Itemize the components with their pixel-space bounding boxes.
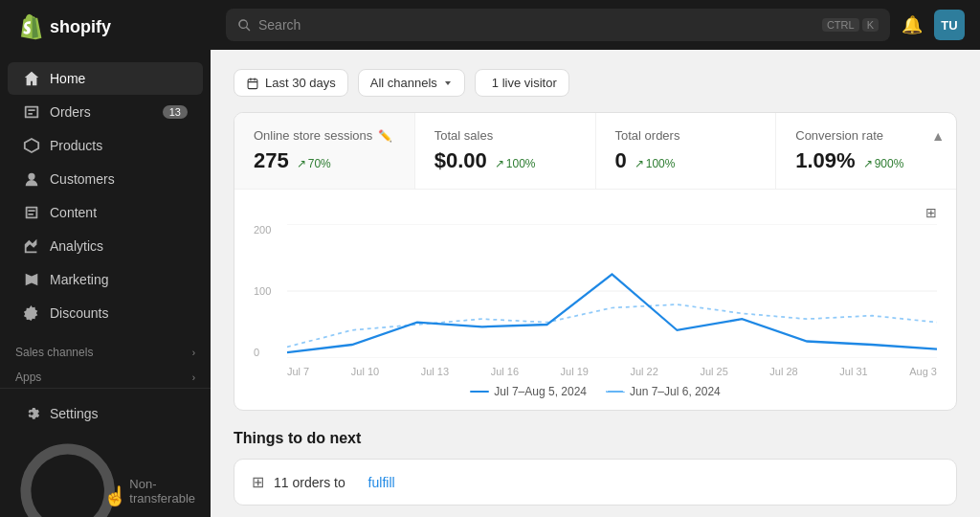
stat-sales-change: 100%: [495, 157, 536, 170]
chart-options-button[interactable]: ⊞: [925, 205, 937, 220]
sidebar-item-label: Analytics: [50, 238, 103, 254]
page-area: Last 30 days All channels 1 live visitor…: [211, 50, 980, 517]
search-icon: [237, 18, 251, 32]
stat-total-sales: Total sales $0.00 100%: [415, 113, 596, 189]
sales-channels-chevron-icon: ›: [192, 348, 195, 358]
stat-conversion-value: 1.09%: [795, 148, 855, 173]
sidebar-item-label: Discounts: [50, 305, 108, 321]
stat-sessions-values: 275 70%: [254, 148, 395, 173]
stat-sessions-label: Online store sessions ✏️: [254, 128, 395, 143]
sidebar-item-label: Marketing: [50, 272, 108, 287]
stat-conversion-change: 900%: [863, 157, 904, 170]
sidebar-item-label: Content: [50, 205, 97, 220]
x-label-2: Jul 13: [421, 366, 449, 377]
things-section: Things to do next ⊞ 11 orders to fulfill: [234, 430, 957, 506]
orders-badge: 13: [163, 105, 188, 119]
sidebar-item-home[interactable]: Home: [8, 62, 203, 95]
todo-text: 11 orders to: [274, 475, 345, 490]
y-label-200: 200: [254, 224, 282, 236]
sidebar-item-label: Orders: [50, 104, 91, 120]
search-shortcut: CTRL K: [822, 18, 879, 32]
legend-previous-line: [606, 391, 625, 393]
avatar[interactable]: TU: [934, 10, 965, 40]
section-title: Things to do next: [234, 430, 957, 447]
stat-conversion-rate: Conversion rate 1.09% 900% ▲: [776, 113, 956, 189]
live-visitors-label: 1 live visitor: [492, 76, 557, 90]
chart-legend: Jul 7–Aug 5, 2024 Jun 7–Jul 6, 2024: [254, 377, 937, 402]
legend-previous: Jun 7–Jul 6, 2024: [606, 385, 721, 398]
sidebar-item-label: Non-transferable: [129, 477, 195, 506]
sidebar-item-orders[interactable]: Orders 13: [8, 96, 203, 128]
date-range-label: Last 30 days: [265, 76, 336, 90]
sidebar-item-discounts[interactable]: Discounts: [8, 297, 203, 329]
stat-orders-change: 100%: [635, 157, 676, 170]
stat-total-orders: Total orders 0 100%: [596, 113, 777, 189]
y-label-0: 0: [254, 347, 282, 358]
k-key: K: [862, 18, 879, 32]
channel-label: All channels: [370, 76, 437, 90]
topbar: CTRL K 🔔 TU: [211, 0, 980, 50]
chart-container: 200 100 0: [254, 224, 937, 377]
sales-channels-section[interactable]: Sales channels ›: [0, 338, 211, 363]
legend-current-line: [470, 391, 489, 393]
channel-filter[interactable]: All channels: [358, 69, 465, 97]
stat-orders-value: 0: [615, 148, 627, 173]
sidebar-item-analytics[interactable]: Analytics: [8, 230, 203, 262]
x-label-7: Jul 28: [769, 366, 797, 377]
sidebar-item-label: Products: [50, 138, 102, 153]
logo-text: shopify: [50, 17, 111, 37]
date-range-filter[interactable]: Last 30 days: [234, 69, 348, 97]
x-label-8: Jul 31: [839, 366, 867, 377]
main-content: CTRL K 🔔 TU Last 30 days All channels 1 …: [211, 0, 980, 517]
chart-area: ⊞ 200 100 0: [234, 190, 956, 410]
y-label-100: 100: [254, 285, 282, 297]
sidebar-item-marketing[interactable]: Marketing: [8, 263, 203, 296]
apps-chevron-icon: ›: [192, 372, 195, 383]
stats-row: Online store sessions ✏️ 275 70% Total s…: [234, 113, 956, 190]
sidebar-item-customers[interactable]: Customers: [8, 163, 203, 195]
notifications-button[interactable]: 🔔: [902, 14, 923, 35]
stat-sessions: Online store sessions ✏️ 275 70%: [234, 113, 415, 189]
apps-section[interactable]: Apps ›: [0, 363, 211, 388]
stat-orders-label: Total orders: [615, 128, 757, 143]
x-label-9: Aug 3: [909, 366, 937, 377]
svg-rect-1: [248, 79, 257, 88]
x-label-5: Jul 22: [631, 366, 658, 377]
edit-icon[interactable]: ✏️: [378, 129, 392, 143]
stat-sales-value: $0.00: [434, 148, 487, 173]
x-label-0: Jul 7: [287, 366, 309, 377]
sidebar-bottom: Settings Non-transferable: [0, 388, 211, 517]
stat-sales-values: $0.00 100%: [434, 148, 576, 173]
sidebar-item-label: Settings: [50, 406, 99, 421]
shopify-logo[interactable]: shopify: [15, 13, 111, 40]
chart-svg: [287, 224, 937, 358]
sidebar-nav: Home Orders 13 Products Customers Conten…: [0, 54, 211, 338]
x-axis-labels: Jul 7 Jul 10 Jul 13 Jul 16 Jul 19 Jul 22…: [287, 366, 937, 377]
ctrl-key: CTRL: [822, 18, 859, 32]
search-bar[interactable]: CTRL K: [226, 9, 890, 41]
svg-point-0: [26, 449, 109, 517]
sidebar-item-label: Home: [50, 71, 85, 86]
stat-orders-values: 0 100%: [615, 148, 757, 173]
x-label-1: Jul 10: [351, 366, 379, 377]
search-input[interactable]: [258, 17, 814, 33]
x-label-3: Jul 16: [491, 366, 519, 377]
legend-current: Jul 7–Aug 5, 2024: [470, 385, 587, 398]
todo-card[interactable]: ⊞ 11 orders to fulfill: [234, 459, 957, 506]
x-label-6: Jul 25: [700, 366, 727, 377]
x-label-4: Jul 19: [561, 366, 589, 377]
sidebar-item-non-transferable[interactable]: Non-transferable: [0, 431, 211, 517]
chevron-down-icon: [443, 79, 453, 88]
sidebar-item-products[interactable]: Products: [8, 129, 203, 162]
sidebar-item-content[interactable]: Content: [8, 196, 203, 229]
collapse-button[interactable]: ▲: [931, 128, 945, 144]
calendar-icon: [246, 77, 259, 90]
y-axis-labels: 200 100 0: [254, 224, 282, 358]
sidebar-item-settings[interactable]: Settings: [8, 397, 203, 430]
live-visitors-badge: 1 live visitor: [475, 69, 569, 97]
stat-sessions-value: 275: [254, 148, 289, 173]
filter-bar: Last 30 days All channels 1 live visitor: [234, 69, 957, 97]
stat-sessions-change: 70%: [297, 157, 331, 170]
fulfill-link[interactable]: fulfill: [368, 475, 395, 490]
sidebar-item-label: Customers: [50, 171, 115, 187]
